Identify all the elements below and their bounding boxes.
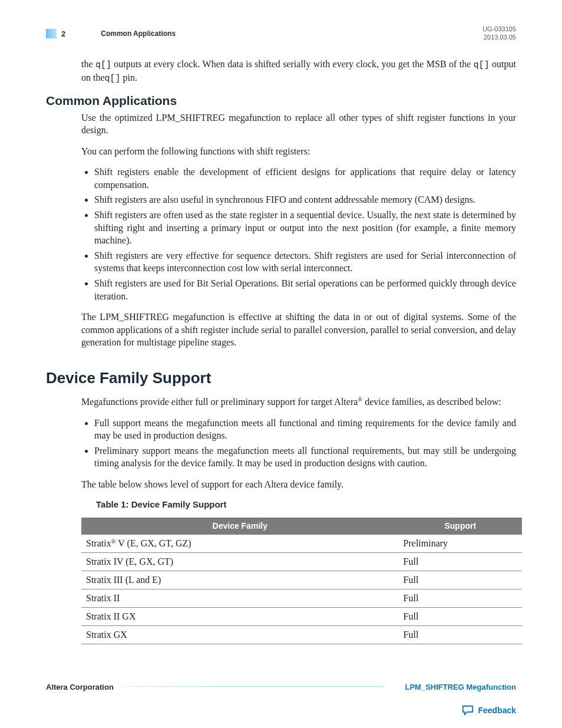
bullet-list: Shift registers enable the development o… [81, 166, 516, 302]
table-block: Table 1: Device Family Support Device Fa… [81, 499, 522, 644]
device-family-table: Device Family Support Stratix® V (E, GX,… [81, 518, 522, 644]
running-title: Common Applications [72, 29, 176, 38]
heading-common-applications: Common Applications [46, 94, 516, 108]
footer-company: Altera Corporation [46, 683, 114, 691]
doc-id: UG-033105 [482, 25, 516, 34]
heading-device-family-support: Device Family Support [46, 369, 516, 387]
feedback-label: Feedback [478, 706, 516, 715]
list-item: Shift registers are often used as the st… [94, 209, 516, 247]
page-header: 2 Common Applications UG-033105 2013.03.… [46, 26, 516, 41]
header-left: 2 Common Applications [46, 28, 176, 39]
table-cell-support: Full [399, 589, 522, 607]
table-cell-family: Stratix GX [81, 625, 399, 644]
code-token: q[] [95, 60, 111, 70]
list-item: Shift registers are used for Bit Serial … [94, 277, 516, 302]
table-cell-support: Preliminary [399, 534, 522, 552]
footer-row: Altera Corporation LPM_SHIFTREG Megafunc… [46, 681, 516, 693]
page-footer: Altera Corporation LPM_SHIFTREG Megafunc… [46, 681, 516, 693]
paragraph: Megafunctions provide either full or pre… [81, 396, 516, 409]
table-cell-support: Full [399, 552, 522, 571]
paragraph: You can perform the following functions … [81, 145, 516, 158]
paragraph: The table below shows level of support f… [81, 478, 516, 491]
text: device families, as described below: [362, 397, 501, 407]
footer-doc-link[interactable]: LPM_SHIFTREG Megafunction [405, 683, 517, 691]
page-number: 2 [57, 29, 72, 38]
table-header-cell: Device Family [81, 518, 399, 535]
text: outputs at every clock. When data is shi… [111, 59, 474, 69]
table-cell-support: Full [399, 571, 522, 589]
registered-mark: ® [111, 538, 116, 545]
body-column: the q[] outputs at every clock. When dat… [81, 58, 516, 644]
table-cell-family: Stratix III (L and E) [81, 571, 399, 589]
doc-date: 2013.03.05 [482, 34, 516, 42]
list-item: Full support means the megafunction meet… [94, 417, 516, 442]
table-cell-family: Stratix IV (E, GX, GT) [81, 552, 399, 571]
header-right: UG-033105 2013.03.05 [482, 25, 516, 42]
table-cell-support: Full [399, 607, 522, 625]
table-row: Stratix® V (E, GX, GT, GZ)Preliminary [81, 534, 522, 552]
list-item: Shift registers enable the development o… [94, 166, 516, 191]
table-header-cell: Support [399, 518, 522, 535]
code-token: q[] [105, 74, 121, 84]
table-row: Stratix III (L and E)Full [81, 571, 522, 589]
text: Megafunctions provide either full or pre… [81, 397, 358, 407]
bullet-list: Full support means the megafunction meet… [81, 417, 516, 470]
header-accent-bar [46, 29, 57, 38]
code-token: q[] [474, 60, 490, 70]
table-cell-family: Stratix II GX [81, 607, 399, 625]
table-cell-support: Full [399, 625, 522, 644]
table-header-row: Device Family Support [81, 518, 522, 535]
page: 2 Common Applications UG-033105 2013.03.… [0, 0, 562, 728]
table-row: Stratix IIFull [81, 589, 522, 607]
paragraph: Use the optimized LPM_SHIFTREG megafunct… [81, 111, 516, 137]
table-row: Stratix II GXFull [81, 607, 522, 625]
text: pin. [121, 73, 137, 83]
table-row: Stratix GXFull [81, 625, 522, 644]
table-row: Stratix IV (E, GX, GT)Full [81, 552, 522, 571]
text: the [81, 59, 95, 69]
speech-bubble-icon [461, 704, 474, 716]
footer-separator [120, 686, 384, 687]
table-title: Table 1: Device Family Support [96, 499, 522, 509]
list-item: Preliminary support means the megafuncti… [94, 444, 516, 470]
intro-fragment: the q[] outputs at every clock. When dat… [81, 58, 516, 85]
feedback-button[interactable]: Feedback [461, 704, 516, 716]
list-item: Shift registers are also useful in synch… [94, 193, 516, 206]
table-cell-family: Stratix® V (E, GX, GT, GZ) [81, 534, 399, 552]
paragraph: The LPM_SHIFTREG megafunction is effecti… [81, 311, 516, 349]
list-item: Shift registers are very effective for s… [94, 249, 516, 275]
table-cell-family: Stratix II [81, 589, 399, 607]
